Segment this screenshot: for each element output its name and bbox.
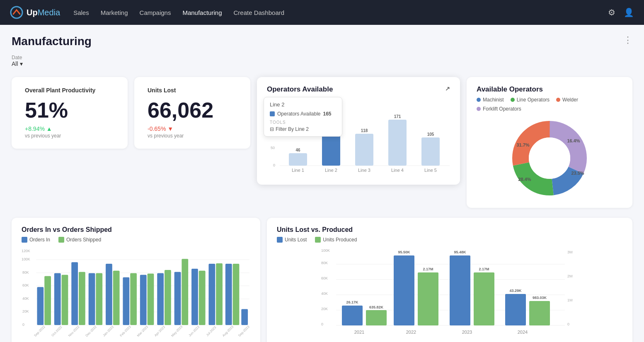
orders-title: Orders In vs Orders Shipped — [22, 226, 250, 234]
navbar: UpMedia Sales Marketing Campaigns Manufa… — [0, 0, 644, 25]
svg-text:105: 105 — [427, 132, 434, 137]
bar-line1[interactable] — [289, 153, 307, 166]
nav-marketing[interactable]: Marketing — [101, 7, 128, 18]
kpi1-title: Overall Plant Productivity — [25, 87, 114, 94]
nav-sales[interactable]: Sales — [73, 7, 89, 18]
bar-lost-2023[interactable] — [450, 255, 470, 325]
brand-name: UpMedia — [27, 8, 60, 17]
svg-text:60K: 60K — [22, 283, 29, 287]
svg-text:Apr-2023: Apr-2023 — [154, 325, 166, 337]
svg-text:120K: 120K — [22, 249, 30, 253]
bar-produced-2022[interactable] — [418, 272, 438, 325]
bar-line5[interactable] — [421, 137, 440, 166]
bar-produced-2021[interactable] — [366, 310, 387, 325]
legend-units-lost: Units Lost — [277, 237, 307, 243]
svg-text:43.29K: 43.29K — [509, 289, 522, 293]
nav-manufacturing[interactable]: Manufacturing — [182, 7, 222, 18]
svg-text:46: 46 — [295, 148, 300, 152]
bar-orders-shipped-8[interactable] — [182, 259, 188, 325]
tools-label: TOOLS — [270, 120, 336, 125]
bar-orders-shipped-7[interactable] — [165, 270, 171, 325]
logo: UpMedia — [10, 6, 60, 19]
svg-text:2M: 2M — [567, 274, 573, 278]
bar-produced-2023[interactable] — [474, 272, 494, 325]
bar-orders-shipped-4[interactable] — [113, 271, 120, 325]
filter-label: Date — [12, 55, 632, 60]
svg-text:20K: 20K — [321, 307, 328, 311]
bar-lost-2021[interactable] — [342, 306, 363, 325]
nav-create-dashboard[interactable]: Create Dashboard — [233, 7, 284, 18]
bar-orders-shipped-0[interactable] — [44, 276, 51, 325]
gear-icon[interactable]: ⚙ — [608, 7, 615, 17]
svg-text:2021: 2021 — [354, 330, 364, 335]
bar-orders-in-4[interactable] — [106, 264, 112, 325]
bar-orders-in-3[interactable] — [89, 273, 95, 325]
kpi1-value: 51% — [25, 99, 114, 122]
bar-orders-shipped-2[interactable] — [79, 272, 85, 325]
bar-orders-shipped-5[interactable] — [130, 273, 137, 325]
svg-text:2.17M: 2.17M — [479, 267, 489, 271]
svg-text:Aug-2023: Aug-2023 — [222, 325, 235, 337]
legend-forklift: Forklift Operators — [477, 106, 521, 112]
bar-line3[interactable] — [355, 134, 373, 166]
bar-orders-shipped-11[interactable] — [233, 264, 240, 325]
bar-orders-in-9[interactable] — [191, 269, 198, 325]
donut-legend: Machinist Line Operators Welder Forklift… — [477, 97, 622, 112]
bar-orders-in-2[interactable] — [71, 262, 78, 325]
orders-card: Orders In vs Orders Shipped Orders In Or… — [12, 218, 260, 342]
svg-text:Jan-2023: Jan-2023 — [102, 325, 114, 337]
page-menu-icon[interactable]: ⋮ — [623, 35, 632, 46]
svg-text:100K: 100K — [321, 248, 330, 253]
bar-orders-in-8[interactable] — [174, 272, 181, 325]
legend-orders-shipped: Orders Shipped — [58, 237, 101, 243]
bar-lost-2022[interactable] — [394, 255, 414, 325]
filter-dropdown[interactable]: All ▾ — [12, 60, 632, 67]
svg-text:Oct-2022: Oct-2022 — [51, 325, 63, 337]
bar-orders-in-6[interactable] — [140, 275, 147, 325]
bar-produced-2024[interactable] — [529, 301, 550, 325]
legend-line-operators: Line Operators — [511, 97, 550, 103]
nav-right: ⚙ 👤 — [608, 7, 634, 17]
svg-text:Line 4: Line 4 — [391, 168, 404, 173]
svg-text:Jun-2023: Jun-2023 — [188, 325, 200, 337]
user-icon[interactable]: 👤 — [624, 7, 634, 17]
legend-welder: Welder — [556, 97, 578, 103]
svg-text:Feb-2023: Feb-2023 — [119, 325, 132, 337]
bar-orders-shipped-10[interactable] — [216, 263, 223, 325]
bar-orders-shipped-3[interactable] — [96, 273, 102, 325]
units-title: Units Lost vs. Produced — [277, 226, 622, 234]
svg-point-20 — [529, 137, 570, 179]
svg-text:95.50K: 95.50K — [398, 250, 410, 254]
svg-text:0: 0 — [273, 163, 275, 167]
bar-orders-in-12[interactable] — [241, 309, 248, 325]
svg-text:2023: 2023 — [462, 330, 472, 335]
bar-orders-in-7[interactable] — [157, 273, 164, 325]
donut-title: Available Operators — [477, 85, 622, 94]
bar-orders-in-1[interactable] — [54, 273, 61, 325]
filter-button[interactable]: ⊟ Filter By Line 2 — [270, 126, 336, 132]
svg-text:95.48K: 95.48K — [454, 250, 466, 254]
legend-units-produced: Units Produced — [315, 237, 357, 243]
bar-orders-in-0[interactable] — [37, 287, 44, 325]
bar-orders-in-11[interactable] — [225, 264, 232, 325]
expand-icon[interactable]: ↗ — [445, 85, 450, 94]
svg-text:0: 0 — [22, 323, 24, 327]
legend-orders-in: Orders In — [22, 237, 50, 243]
bar-line4[interactable] — [388, 120, 407, 166]
bar-orders-shipped-9[interactable] — [199, 271, 206, 325]
svg-text:0: 0 — [567, 322, 569, 326]
bar-orders-shipped-6[interactable] — [148, 274, 154, 325]
nav-campaigns[interactable]: Campaigns — [140, 7, 171, 18]
svg-text:Line 2: Line 2 — [325, 168, 337, 173]
legend-machinist: Machinist — [477, 97, 504, 103]
bar-orders-shipped-1[interactable] — [62, 275, 68, 325]
svg-text:23.5%: 23.5% — [571, 171, 584, 176]
svg-text:40K: 40K — [22, 296, 29, 301]
svg-text:31.7%: 31.7% — [516, 142, 529, 147]
bar-orders-in-10[interactable] — [208, 264, 215, 325]
svg-text:983.03K: 983.03K — [533, 296, 547, 300]
bar-lost-2024[interactable] — [505, 294, 526, 325]
svg-text:May-2023: May-2023 — [170, 325, 184, 338]
svg-text:80K: 80K — [22, 270, 29, 275]
bar-orders-in-5[interactable] — [123, 277, 129, 325]
